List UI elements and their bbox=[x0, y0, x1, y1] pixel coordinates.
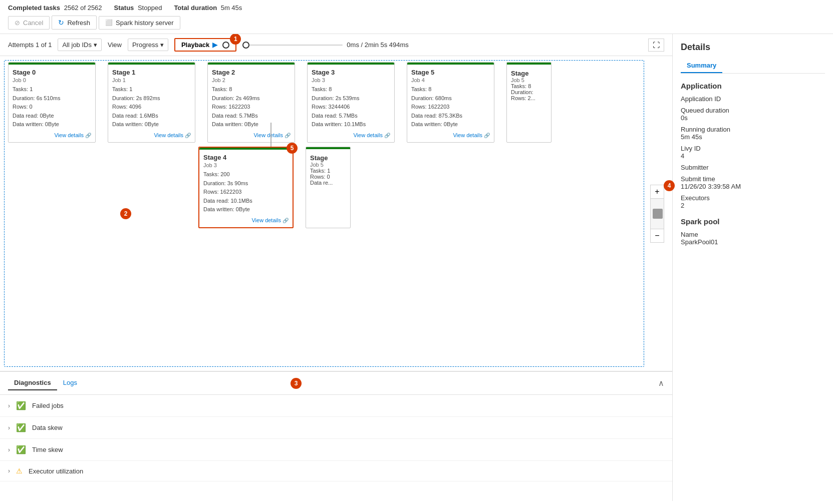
stage6-rows: Rows: 0 bbox=[310, 174, 346, 180]
details-tabs: Summary bbox=[681, 59, 825, 74]
tab-diagnostics[interactable]: Diagnostics bbox=[8, 376, 57, 390]
attempts-label: Attempts 1 of 1 bbox=[8, 41, 52, 49]
queued-duration-row: Queued duration 0s bbox=[681, 107, 825, 122]
stage-partial-title: Stage bbox=[511, 70, 547, 77]
fullscreen-icon: ⛶ bbox=[653, 41, 660, 49]
annotation-1: 1 bbox=[230, 34, 241, 45]
stage-partial-tasks: Tasks: 8 bbox=[511, 83, 547, 89]
chevron-icon: › bbox=[8, 402, 10, 409]
cancel-button[interactable]: ⊘ Cancel bbox=[8, 16, 50, 30]
stage5-view-details[interactable]: View details 🔗 bbox=[411, 132, 490, 138]
chevron-icon2: › bbox=[8, 424, 10, 431]
application-section: Application Application ID Queued durati… bbox=[681, 82, 825, 209]
completed-tasks-label: Completed tasks 2562 of 2562 bbox=[8, 4, 102, 12]
stage-partial-rows: Rows: 2... bbox=[511, 95, 547, 101]
playback-button[interactable]: Playback ▶ bbox=[174, 38, 236, 52]
stage2-card[interactable]: Stage 2 Job 2 Tasks: 8 Duration: 2s 469m… bbox=[207, 62, 295, 143]
right-panel: 4 Details Summary Application Applicatio… bbox=[673, 34, 833, 501]
playback-container: Playback ▶ 1 bbox=[174, 38, 236, 52]
details-title: Details bbox=[681, 42, 825, 53]
diag-item-executor-util[interactable]: › ⚠ Executor utilization bbox=[0, 461, 672, 481]
progress-dropdown[interactable]: Progress ▾ bbox=[128, 39, 168, 51]
refresh-icon: ↻ bbox=[58, 19, 64, 27]
spark-pool-section: Spark pool Name SparkPool01 bbox=[681, 217, 825, 246]
chevron-icon4: › bbox=[8, 467, 10, 474]
external-link-icon: ⬜ bbox=[105, 19, 113, 26]
submit-time-row: Submit time 11/26/20 3:39:58 AM bbox=[681, 175, 825, 190]
annotation-3: 3 bbox=[291, 378, 302, 389]
diagnostics-list: › ✅ Failed jobs › ✅ Data skew › ✅ Time s… bbox=[0, 395, 672, 501]
chevron-icon3: › bbox=[8, 446, 10, 453]
cancel-icon: ⊘ bbox=[15, 19, 20, 27]
executors-row: Executors 2 bbox=[681, 194, 825, 209]
chevron-down-icon: ▾ bbox=[94, 41, 97, 49]
zoom-out-button[interactable]: − bbox=[650, 229, 664, 243]
top-stages-row: Stage 0 Job 0 Tasks: 1 Duration: 6s 510m… bbox=[0, 56, 672, 143]
application-id-row: Application ID bbox=[681, 95, 825, 103]
stage-partial-top: Stage Job 5 Tasks: 8 Duration: Rows: 2..… bbox=[506, 62, 551, 143]
external-link-icon5: 🔗 bbox=[484, 133, 490, 138]
diag-item-failed-jobs[interactable]: › ✅ Failed jobs bbox=[0, 395, 672, 417]
graph-header: Attempts 1 of 1 All job IDs ▾ View Progr… bbox=[0, 34, 672, 56]
zoom-controls: + − bbox=[650, 185, 664, 243]
external-link-icon4: 🔗 bbox=[384, 133, 390, 138]
livy-id-row: Livy ID 4 bbox=[681, 145, 825, 160]
diagnostics-tabs: Diagnostics Logs bbox=[8, 376, 83, 390]
connector-line bbox=[270, 123, 271, 148]
annotation-4: 4 bbox=[673, 180, 675, 191]
stage6-tasks: Tasks: 1 bbox=[310, 168, 346, 174]
left-panel: Attempts 1 of 1 All job IDs ▾ View Progr… bbox=[0, 34, 673, 501]
all-job-ids-dropdown[interactable]: All job IDs ▾ bbox=[58, 39, 102, 51]
bottom-stages-row: 5 Stage 4 Job 3 Tasks: 200 Duration: 3s … bbox=[0, 143, 672, 228]
diag-item-data-skew[interactable]: › ✅ Data skew bbox=[0, 417, 672, 439]
annotation-2: 2 bbox=[120, 208, 131, 219]
ok-icon2: ✅ bbox=[16, 423, 26, 432]
chevron-down-icon2: ▾ bbox=[160, 41, 164, 49]
stage-partial-duration: Duration: bbox=[511, 89, 547, 95]
diag-item-time-skew[interactable]: › ✅ Time skew bbox=[0, 439, 672, 461]
tab-summary[interactable]: Summary bbox=[681, 59, 722, 73]
annotation-5: 5 bbox=[287, 143, 298, 154]
ok-icon: ✅ bbox=[16, 401, 26, 410]
play-icon: ▶ bbox=[212, 41, 217, 49]
playback-slider[interactable]: 0ms / 2min 5s 494ms bbox=[242, 41, 642, 49]
fullscreen-button[interactable]: ⛶ bbox=[648, 39, 664, 52]
stage4-card[interactable]: 5 Stage 4 Job 3 Tasks: 200 Duration: 3s … bbox=[198, 147, 294, 228]
playback-circle bbox=[222, 42, 229, 49]
zoom-scroll[interactable] bbox=[650, 199, 664, 229]
stage6-dataread: Data re... bbox=[310, 180, 346, 186]
spark-history-button[interactable]: ⬜ Spark history server bbox=[99, 16, 180, 30]
stage3-view-details[interactable]: View details 🔗 bbox=[312, 132, 390, 138]
stage1-card[interactable]: Stage 1 Job 1 Tasks: 1 Duration: 2s 892m… bbox=[108, 62, 195, 143]
main-layout: Attempts 1 of 1 All job IDs ▾ View Progr… bbox=[0, 34, 833, 501]
stage2-view-details[interactable]: View details 🔗 bbox=[212, 132, 291, 138]
stage6-title: Stage bbox=[310, 154, 346, 162]
tab-logs[interactable]: Logs bbox=[57, 376, 83, 390]
collapse-button[interactable]: ∧ bbox=[658, 378, 664, 388]
stage6-partial: Stage Job 5 Tasks: 1 Rows: 0 Data re... bbox=[306, 147, 351, 228]
external-link-icon: 🔗 bbox=[85, 133, 91, 138]
submitter-row: Submitter bbox=[681, 164, 825, 171]
stage6-job: Job 5 bbox=[310, 162, 346, 168]
total-duration-label: Total duration 5m 45s bbox=[174, 4, 242, 12]
graph-canvas: 2 Stage 0 Job 0 Tasks: 1 Duration: 6s 51… bbox=[0, 56, 672, 371]
running-duration-row: Running duration 5m 45s bbox=[681, 126, 825, 141]
stage0-view-details[interactable]: View details 🔗 bbox=[13, 132, 91, 138]
ok-icon3: ✅ bbox=[16, 445, 26, 454]
zoom-thumb bbox=[653, 209, 663, 219]
stage3-card[interactable]: Stage 3 Job 3 Tasks: 8 Duration: 2s 539m… bbox=[307, 62, 395, 143]
diagnostics-area: Diagnostics Logs 3 ∧ › ✅ Failed jobs › ✅… bbox=[0, 371, 672, 501]
stage-partial-job: Job 5 bbox=[511, 77, 547, 83]
stage0-card[interactable]: Stage 0 Job 0 Tasks: 1 Duration: 6s 510m… bbox=[8, 62, 96, 143]
top-bar: Completed tasks 2562 of 2562 Status Stop… bbox=[0, 0, 833, 34]
external-link-icon3: 🔗 bbox=[285, 133, 291, 138]
zoom-in-button[interactable]: + bbox=[650, 185, 664, 199]
view-label: View bbox=[108, 41, 122, 49]
refresh-button[interactable]: ↻ Refresh bbox=[52, 16, 97, 30]
stage5-card[interactable]: Stage 5 Job 4 Tasks: 8 Duration: 680ms R… bbox=[407, 62, 494, 143]
stage4-view-details[interactable]: View details 🔗 bbox=[203, 217, 289, 223]
stage1-view-details[interactable]: View details 🔗 bbox=[112, 132, 191, 138]
warning-icon: ⚠ bbox=[16, 467, 23, 475]
external-link-icon2: 🔗 bbox=[185, 133, 191, 138]
status-label: Status Stopped bbox=[114, 4, 162, 12]
